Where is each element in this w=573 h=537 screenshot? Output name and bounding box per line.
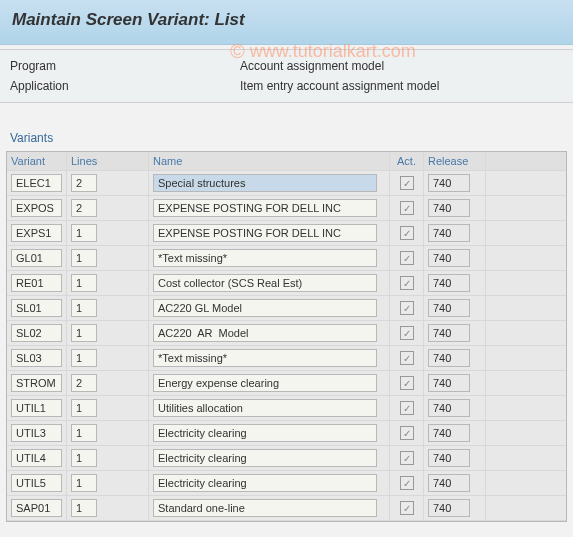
table-row[interactable]: ✓: [7, 396, 566, 421]
act-checkbox[interactable]: ✓: [400, 476, 414, 490]
release-input[interactable]: [428, 349, 470, 367]
name-input[interactable]: [153, 374, 377, 392]
act-checkbox[interactable]: ✓: [400, 501, 414, 515]
name-input[interactable]: [153, 499, 377, 517]
act-checkbox[interactable]: ✓: [400, 226, 414, 240]
table-row[interactable]: ✓: [7, 271, 566, 296]
program-value: Account assignment model: [240, 59, 384, 73]
act-checkbox[interactable]: ✓: [400, 251, 414, 265]
lines-input[interactable]: [71, 374, 97, 392]
variant-input[interactable]: [11, 174, 62, 192]
act-checkbox[interactable]: ✓: [400, 276, 414, 290]
lines-input[interactable]: [71, 199, 97, 217]
col-header-lines[interactable]: Lines: [67, 152, 149, 170]
cell-lines: [67, 346, 149, 370]
release-input[interactable]: [428, 324, 470, 342]
lines-input[interactable]: [71, 324, 97, 342]
release-input[interactable]: [428, 499, 470, 517]
act-checkbox[interactable]: ✓: [400, 426, 414, 440]
name-input[interactable]: [153, 474, 377, 492]
name-input[interactable]: [153, 399, 377, 417]
name-input[interactable]: [153, 299, 377, 317]
table-row[interactable]: ✓: [7, 496, 566, 521]
lines-input[interactable]: [71, 274, 97, 292]
cell-act: ✓: [390, 446, 424, 470]
table-row[interactable]: ✓: [7, 246, 566, 271]
table-row[interactable]: ✓: [7, 196, 566, 221]
release-input[interactable]: [428, 399, 470, 417]
release-input[interactable]: [428, 224, 470, 242]
lines-input[interactable]: [71, 224, 97, 242]
variant-input[interactable]: [11, 374, 62, 392]
release-input[interactable]: [428, 374, 470, 392]
lines-input[interactable]: [71, 174, 97, 192]
name-input[interactable]: [153, 424, 377, 442]
variant-input[interactable]: [11, 249, 62, 267]
page-title: Maintain Screen Variant: List: [12, 10, 561, 30]
variant-input[interactable]: [11, 199, 62, 217]
name-input[interactable]: [153, 324, 377, 342]
variant-input[interactable]: [11, 299, 62, 317]
variant-input[interactable]: [11, 274, 62, 292]
release-input[interactable]: [428, 199, 470, 217]
cell-release: [424, 321, 486, 345]
cell-lines: [67, 271, 149, 295]
table-row[interactable]: ✓: [7, 221, 566, 246]
col-header-release[interactable]: Release: [424, 152, 486, 170]
cell-name: [149, 396, 390, 420]
header-bar: Maintain Screen Variant: List: [0, 0, 573, 45]
act-checkbox[interactable]: ✓: [400, 201, 414, 215]
lines-input[interactable]: [71, 399, 97, 417]
act-checkbox[interactable]: ✓: [400, 301, 414, 315]
cell-variant: [7, 321, 67, 345]
act-checkbox[interactable]: ✓: [400, 351, 414, 365]
release-input[interactable]: [428, 449, 470, 467]
act-checkbox[interactable]: ✓: [400, 401, 414, 415]
col-header-name[interactable]: Name: [149, 152, 390, 170]
release-input[interactable]: [428, 274, 470, 292]
release-input[interactable]: [428, 424, 470, 442]
act-checkbox[interactable]: ✓: [400, 451, 414, 465]
variant-input[interactable]: [11, 224, 62, 242]
lines-input[interactable]: [71, 424, 97, 442]
variant-input[interactable]: [11, 324, 62, 342]
release-input[interactable]: [428, 299, 470, 317]
release-input[interactable]: [428, 249, 470, 267]
act-checkbox[interactable]: ✓: [400, 326, 414, 340]
table-row[interactable]: ✓: [7, 371, 566, 396]
variant-input[interactable]: [11, 424, 62, 442]
lines-input[interactable]: [71, 249, 97, 267]
name-input[interactable]: [153, 174, 377, 192]
variant-input[interactable]: [11, 474, 62, 492]
table-row[interactable]: ✓: [7, 346, 566, 371]
name-input[interactable]: [153, 224, 377, 242]
lines-input[interactable]: [71, 449, 97, 467]
variant-input[interactable]: [11, 399, 62, 417]
table-row[interactable]: ✓: [7, 321, 566, 346]
lines-input[interactable]: [71, 474, 97, 492]
name-input[interactable]: [153, 199, 377, 217]
act-checkbox[interactable]: ✓: [400, 176, 414, 190]
name-input[interactable]: [153, 349, 377, 367]
lines-input[interactable]: [71, 299, 97, 317]
lines-input[interactable]: [71, 349, 97, 367]
act-checkbox[interactable]: ✓: [400, 376, 414, 390]
col-header-act[interactable]: Act.: [390, 152, 424, 170]
table-row[interactable]: ✓: [7, 446, 566, 471]
table-row[interactable]: ✓: [7, 421, 566, 446]
release-input[interactable]: [428, 174, 470, 192]
program-label: Program: [10, 59, 240, 73]
variant-input[interactable]: [11, 349, 62, 367]
variant-input[interactable]: [11, 449, 62, 467]
cell-lines: [67, 196, 149, 220]
col-header-variant[interactable]: Variant: [7, 152, 67, 170]
table-row[interactable]: ✓: [7, 471, 566, 496]
lines-input[interactable]: [71, 499, 97, 517]
table-row[interactable]: ✓: [7, 296, 566, 321]
name-input[interactable]: [153, 274, 377, 292]
name-input[interactable]: [153, 249, 377, 267]
table-row[interactable]: ✓: [7, 171, 566, 196]
name-input[interactable]: [153, 449, 377, 467]
release-input[interactable]: [428, 474, 470, 492]
variant-input[interactable]: [11, 499, 62, 517]
